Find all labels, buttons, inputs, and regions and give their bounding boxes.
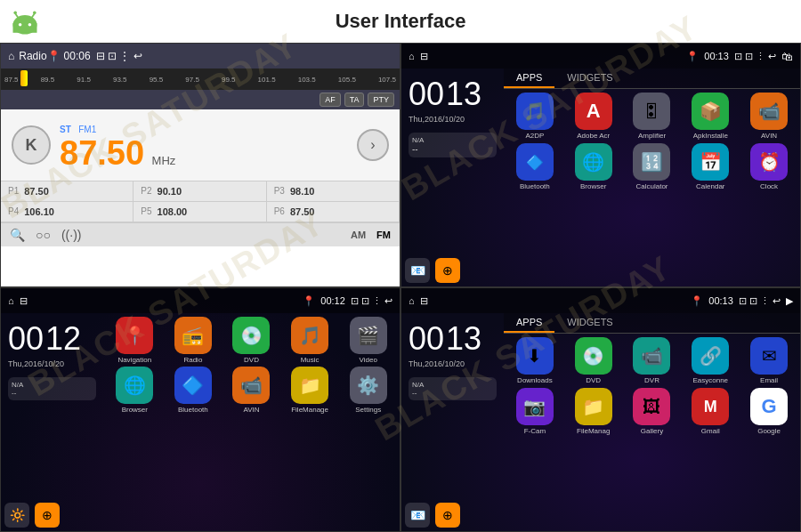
tab-widgets[interactable]: WIDGETS xyxy=(554,69,625,88)
app-adobe[interactable]: A Adobe Acr xyxy=(566,93,621,140)
amplifier-icon: 🎛 xyxy=(633,93,670,130)
calendar-icon: 📅 xyxy=(692,143,729,181)
screen4-hour: 00 xyxy=(409,320,444,358)
app-gallery[interactable]: 🖼 Gallery xyxy=(625,388,680,435)
fm-mode[interactable]: FM xyxy=(376,230,391,240)
preset-5[interactable]: P5108.00 xyxy=(134,202,266,222)
app-filemanager[interactable]: 📁 FileManage xyxy=(282,367,338,414)
app-browser2[interactable]: 🌐 Browser xyxy=(107,367,163,414)
settings-label: Settings xyxy=(355,406,381,414)
dock-icon2[interactable]: ⊕ xyxy=(435,258,460,283)
preset-1[interactable]: P187.50 xyxy=(1,181,134,202)
app-bluetooth[interactable]: 🔷 Bluetooth xyxy=(507,143,562,190)
app-clock[interactable]: ⏰ Clock xyxy=(741,143,797,190)
screen3-dock1[interactable]: 🔆 xyxy=(4,503,29,528)
music-label: Music xyxy=(301,356,320,364)
radio-icons: ⊟ ⊡ ⋮ ↩ xyxy=(96,50,142,62)
app-dvd2[interactable]: 💿 DVD xyxy=(566,337,621,384)
home-icon3[interactable]: ⌂ xyxy=(8,295,14,306)
screen4-weather: N/A-- xyxy=(409,377,497,400)
gallery-label: Gallery xyxy=(641,427,663,435)
home-icon4[interactable]: ⌂ xyxy=(409,295,415,306)
avin-icon: 📹 xyxy=(750,93,788,130)
app-a2dp[interactable]: 🎵 A2DP xyxy=(507,93,562,140)
radio-buttons-row: AF TA PTY xyxy=(1,90,400,109)
ta-button[interactable]: TA xyxy=(344,93,365,107)
screen-more-apps: ⌂ ⊟ 📍 00:13 ⊡ ⊡ ⋮ ↩ ▶ 00 13 Thu,2016/10/… xyxy=(400,287,801,532)
screen3-min: 12 xyxy=(45,320,81,358)
preset-3[interactable]: P398.10 xyxy=(267,181,400,202)
app-easyconnect[interactable]: 🔗 Easyconne xyxy=(683,337,738,384)
af-button[interactable]: AF xyxy=(320,93,341,107)
screen2-time-panel: 00 13 Thu,2016/10/20 N/A -- 📧 ⊕ xyxy=(401,69,504,286)
tab-apps[interactable]: APPS xyxy=(504,69,554,88)
radio-title: Radio xyxy=(19,50,46,62)
screen4-dock2[interactable]: ⊕ xyxy=(435,503,460,528)
app-navigation[interactable]: 📍 Navigation xyxy=(107,317,163,364)
radio-next-button[interactable]: › xyxy=(357,129,389,161)
dvd-icon: 💿 xyxy=(232,317,270,354)
radio-mode: AM FM xyxy=(351,230,391,240)
app-browser[interactable]: 🌐 Browser xyxy=(566,143,621,190)
dvd-label: DVD xyxy=(244,356,259,364)
app-amplifier[interactable]: 🎛 Amplifier xyxy=(625,93,680,140)
bluetooth-label: Bluetooth xyxy=(520,182,550,190)
screen2-hour: 00 xyxy=(409,76,444,113)
app-settings[interactable]: ⚙️ Settings xyxy=(340,367,396,414)
fcam-icon: 📷 xyxy=(516,388,554,425)
radio-app-icon: 📻 xyxy=(174,317,212,354)
app-dvd[interactable]: 💿 DVD xyxy=(223,317,279,364)
app-dvr[interactable]: 📹 DVR xyxy=(625,337,680,384)
screen4-dock1[interactable]: 📧 xyxy=(405,503,430,528)
preset-4[interactable]: P4106.10 xyxy=(1,202,134,222)
apkinstaller-icon: 📦 xyxy=(692,93,729,130)
dock-icon1[interactable]: 📧 xyxy=(405,258,430,283)
radio-freq-display: 87.50 xyxy=(60,134,144,172)
app-google[interactable]: G Google xyxy=(741,388,797,435)
app-calculator[interactable]: 🔢 Calculator xyxy=(625,143,680,190)
app-downloads[interactable]: ⬇ Downloads xyxy=(507,337,562,384)
gmail-icon: M xyxy=(692,388,729,425)
bluetooth2-icon: 🔷 xyxy=(174,367,212,404)
google-icon: G xyxy=(750,388,788,425)
screen4-time: 00:13 xyxy=(708,295,733,306)
radio-bottom: 🔍 ○○ ((·)) AM FM xyxy=(1,222,400,246)
freq-indicator xyxy=(20,70,28,86)
home-icon[interactable]: ⌂ xyxy=(8,50,14,62)
preset-6[interactable]: P687.50 xyxy=(267,202,400,222)
preset-2[interactable]: P290.10 xyxy=(134,181,266,202)
screen2-dock: 📧 ⊕ xyxy=(405,258,460,283)
gmail-label: Gmail xyxy=(701,427,720,435)
radio-main: K ST FM1 87.50 MHz › xyxy=(1,109,400,181)
search-icon[interactable]: 🔍 xyxy=(10,228,25,242)
app-fcam[interactable]: 📷 F-Cam xyxy=(507,388,562,435)
apps-tabs: APPS WIDGETS xyxy=(504,69,800,89)
radio-eq-icon[interactable]: ○○ xyxy=(36,228,51,242)
screen2-date: Thu,2016/10/20 xyxy=(409,115,497,124)
apkinstaller-label: ApkInstalle xyxy=(693,132,728,140)
app-avin[interactable]: 📹 AVIN xyxy=(741,93,797,140)
am-mode[interactable]: AM xyxy=(351,230,366,240)
app-radio[interactable]: 📻 Radio xyxy=(166,317,222,364)
app-avin2[interactable]: 📹 AVIN xyxy=(223,367,279,414)
tab-widgets4[interactable]: WIDGETS xyxy=(554,313,625,333)
app-bluetooth2[interactable]: 🔷 Bluetooth xyxy=(166,367,222,414)
home-icon2[interactable]: ⌂ xyxy=(409,51,415,61)
radio-wave-icon[interactable]: ((·)) xyxy=(61,228,82,242)
tab-apps4[interactable]: APPS xyxy=(504,313,554,333)
a2dp-label: A2DP xyxy=(525,132,544,140)
screen3-dock2[interactable]: ⊕ xyxy=(35,503,60,528)
app-calendar[interactable]: 📅 Calendar xyxy=(683,143,738,190)
dvd2-label: DVD xyxy=(586,376,601,384)
app-video[interactable]: 🎬 Video xyxy=(340,317,396,364)
app-music[interactable]: 🎵 Music xyxy=(282,317,338,364)
app-filemanag[interactable]: 📁 FileManag xyxy=(566,388,621,435)
app-gmail[interactable]: M Gmail xyxy=(683,388,738,435)
screen4-time-panel: 00 13 Thu,2016/10/20 N/A-- 📧 ⊕ xyxy=(401,313,504,531)
screen3-date: Thu,2016/10/20 xyxy=(8,359,96,368)
bag-icon: 🛍 xyxy=(781,50,793,63)
pty-button[interactable]: PTY xyxy=(368,93,394,107)
app-email[interactable]: ✉ Email xyxy=(741,337,797,384)
avin-label: AVIN xyxy=(761,132,777,140)
app-apkinstaller[interactable]: 📦 ApkInstalle xyxy=(683,93,738,140)
